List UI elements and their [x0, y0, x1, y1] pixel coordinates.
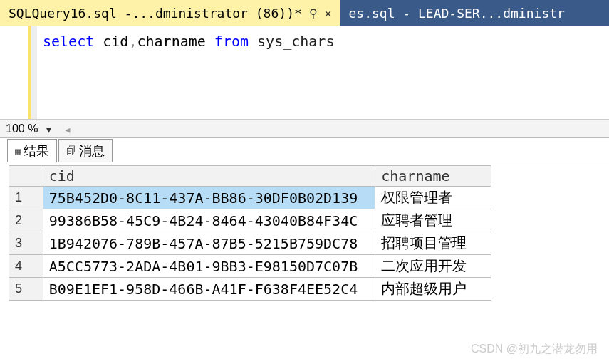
header-charname[interactable]: charname	[375, 166, 491, 187]
editor-code[interactable]: select cid,charname from sys_chars	[37, 26, 340, 119]
cell-cid[interactable]: 1B942076-789B-457A-87B5-5215B759DC78	[43, 232, 375, 255]
cell-charname[interactable]: 招聘项目管理	[375, 232, 491, 255]
keyword-from: from	[214, 33, 249, 50]
messages-icon: 🗐	[66, 145, 76, 157]
tab-results[interactable]: ▦ 结果	[7, 139, 57, 162]
cell-cid[interactable]: B09E1EF1-958D-466B-A41F-F638F4EE52C4	[43, 278, 375, 301]
comma: ,	[128, 33, 137, 50]
cell-charname[interactable]: 权限管理者	[375, 187, 491, 209]
header-cid[interactable]: cid	[43, 166, 375, 187]
table-name: sys_chars	[249, 33, 334, 50]
row-number[interactable]: 5	[9, 278, 43, 301]
grid-icon: ▦	[15, 145, 21, 157]
col-cid: cid	[94, 33, 128, 50]
cell-cid[interactable]: A5CC5773-2ADA-4B01-9BB3-E98150D7C07B	[43, 255, 375, 278]
keyword-select: select	[43, 33, 94, 50]
cell-charname[interactable]: 应聘者管理	[375, 209, 491, 232]
cell-charname[interactable]: 内部超级用户	[375, 278, 491, 301]
tab-results-label: 结果	[24, 142, 49, 160]
col-charname: charname	[137, 33, 214, 50]
result-tabs: ▦ 结果 🗐 消息	[0, 138, 609, 162]
editor-change-bar	[31, 26, 37, 119]
sql-editor[interactable]: select cid,charname from sys_chars	[0, 26, 609, 120]
tab-label: es.sql - LEAD-SER...dministr	[348, 6, 564, 21]
results-grid[interactable]: cid charname 1 75B452D0-8C11-437A-BB86-3…	[9, 165, 491, 301]
zoom-bar: 100 % ▾ ◂	[0, 120, 609, 138]
watermark: CSDN @初九之潜龙勿用	[471, 342, 598, 357]
table-row[interactable]: 4 A5CC5773-2ADA-4B01-9BB3-E98150D7C07B 二…	[9, 255, 491, 278]
tab-essql[interactable]: es.sql - LEAD-SER...dministr	[340, 0, 573, 26]
editor-gutter	[0, 26, 31, 119]
table-row[interactable]: 1 75B452D0-8C11-437A-BB86-30DF0B02D139 权…	[9, 187, 491, 209]
table-row[interactable]: 5 B09E1EF1-958D-466B-A41F-F638F4EE52C4 内…	[9, 278, 491, 301]
row-number[interactable]: 4	[9, 255, 43, 278]
cell-cid[interactable]: 99386B58-45C9-4B24-8464-43040B84F34C	[43, 209, 375, 232]
row-number[interactable]: 1	[9, 187, 43, 209]
tab-label: SQLQuery16.sql -...dministrator (86))*	[9, 6, 302, 21]
tab-messages-label: 消息	[79, 142, 105, 160]
table-row[interactable]: 2 99386B58-45C9-4B24-8464-43040B84F34C 应…	[9, 209, 491, 232]
zoom-value: 100 %	[0, 123, 42, 135]
cell-charname[interactable]: 二次应用开发	[375, 255, 491, 278]
zoom-dropdown[interactable]: ▾	[42, 122, 55, 137]
tab-sqlquery16[interactable]: SQLQuery16.sql -...dministrator (86))* ⚲…	[0, 0, 340, 26]
file-tabs: SQLQuery16.sql -...dministrator (86))* ⚲…	[0, 0, 609, 26]
header-rownum[interactable]	[9, 166, 43, 187]
cell-cid[interactable]: 75B452D0-8C11-437A-BB86-30DF0B02D139	[43, 187, 375, 209]
row-number[interactable]: 2	[9, 209, 43, 232]
table-row[interactable]: 3 1B942076-789B-457A-87B5-5215B759DC78 招…	[9, 232, 491, 255]
close-icon[interactable]: ✕	[325, 6, 332, 20]
row-number[interactable]: 3	[9, 232, 43, 255]
pin-icon[interactable]: ⚲	[309, 6, 318, 20]
tab-messages[interactable]: 🗐 消息	[58, 139, 113, 162]
scroll-left-icon[interactable]: ◂	[61, 122, 74, 137]
